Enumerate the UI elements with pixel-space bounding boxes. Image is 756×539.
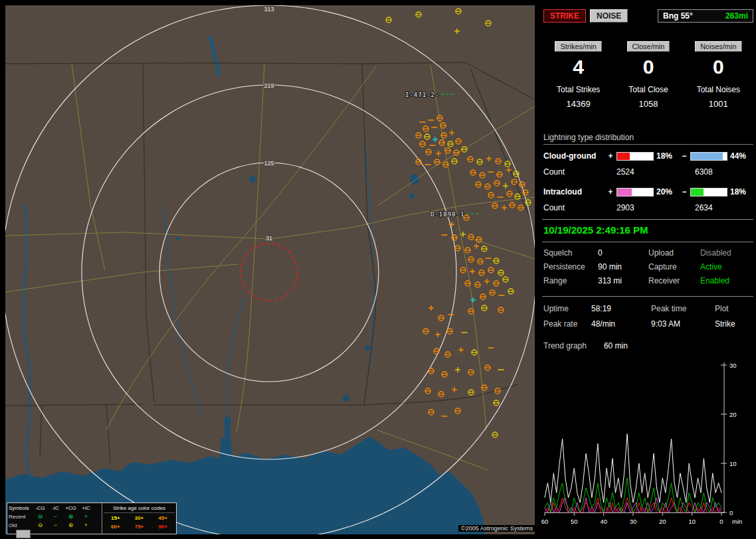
total-noises-value: 1001 <box>709 99 728 109</box>
close-per-min-chip[interactable]: Close/min <box>627 41 670 52</box>
minus-sign: − <box>681 187 688 196</box>
status-panel: STRIKE NOISE Bng 55° 263mi Strikes/min C… <box>539 0 756 539</box>
ic-positive-bar <box>616 188 654 196</box>
lightning-map[interactable]: 31321912531 I-471-2-D-1898-1- Symbols-CG… <box>5 5 535 534</box>
range-label: Range <box>543 276 598 285</box>
storm-cell-labels: I-471-2-D-1898-1- <box>405 92 481 218</box>
svg-text:10: 10 <box>729 460 737 467</box>
svg-text:20: 20 <box>729 411 737 418</box>
map-legend: Symbols-CG-IC+CG+IC Recent⊖−⊕+ Old⊖−⊕+ S… <box>7 502 177 534</box>
peak-time-value: 9:03 AM <box>651 319 715 329</box>
persistence-label: Persistence <box>543 262 598 271</box>
cg-negative-count: 6308 <box>690 167 713 177</box>
range-rings: 31321912531 <box>5 5 535 534</box>
peak-time-label: Peak time <box>651 304 715 313</box>
svg-text:min: min <box>732 518 742 525</box>
svg-text:40: 40 <box>600 518 607 525</box>
peak-rate-label: Peak rate <box>543 319 591 329</box>
persistence-value: 90 min <box>598 262 648 271</box>
distribution-title: Lightning type distribution <box>543 133 753 145</box>
svg-text:313: 313 <box>264 6 274 13</box>
cg-positive-pct: 18% <box>656 151 678 161</box>
plot-label: Plot <box>715 304 753 313</box>
strikes-per-min-chip[interactable]: Strikes/min <box>555 41 601 52</box>
legend-col-pcg: +CG <box>63 504 78 512</box>
legend-old-symbols: ⊖−⊕+ <box>33 522 94 528</box>
legend-col-ncg: -CG <box>33 504 48 512</box>
legend-symbols-title: Symbols <box>9 504 33 512</box>
legend-age-row-1: 15+30+45+ <box>104 514 175 522</box>
total-noises-label: Total Noises <box>697 85 740 94</box>
cg-positive-bar <box>616 152 654 161</box>
cg-positive-count: 2524 <box>607 167 687 177</box>
noises-per-min-value: 0 <box>713 56 724 78</box>
trend-graph-window: 60 min <box>604 341 628 350</box>
copyright-text: ©2005 Astrogenic Systems <box>458 525 535 532</box>
trend-graph-label: Trend graph <box>543 341 587 350</box>
svg-text:60: 60 <box>541 518 549 525</box>
bearing-distance: 263mi <box>725 11 748 21</box>
range-value: 313 mi <box>598 276 648 285</box>
ic-negative-bar <box>690 188 727 196</box>
cloud-ground-label: Cloud-ground <box>543 151 605 161</box>
squelch-label: Squelch <box>543 248 598 258</box>
minus-sign: − <box>681 151 688 161</box>
svg-text:10: 10 <box>688 518 696 525</box>
divider <box>542 242 753 242</box>
receiver-status-grid: Squelch 0 Upload Disabled Persistence 90… <box>543 248 753 285</box>
ic-positive-count: 2903 <box>607 203 687 212</box>
intracloud-row: Intracloud + 20% − 18% <box>543 187 753 196</box>
svg-text:30: 30 <box>630 518 637 525</box>
legend-col-nic: -IC <box>48 504 63 512</box>
svg-text:30: 30 <box>729 362 737 369</box>
svg-text:50: 50 <box>571 518 578 525</box>
plot-value: Strike <box>715 319 753 329</box>
receiver-label: Receiver <box>648 276 700 285</box>
receiver-value: Enabled <box>700 276 753 285</box>
peak-rate-value: 48/min <box>591 319 651 329</box>
total-strikes-label: Total Strikes <box>557 85 600 94</box>
ic-negative-count: 2634 <box>690 203 713 212</box>
legend-row-recent: Recent <box>9 512 33 521</box>
legend-col-pic: +IC <box>78 504 94 512</box>
legend-row-old: Old <box>9 521 33 530</box>
svg-text:125: 125 <box>264 160 274 167</box>
svg-text:0: 0 <box>719 518 723 525</box>
map-canvas[interactable]: 31321912531 I-471-2-D-1898-1- <box>5 5 535 534</box>
total-close-value: 1058 <box>639 99 658 109</box>
bearing-readout[interactable]: Bng 55° 263mi <box>658 9 753 23</box>
noise-toggle-button[interactable]: NOISE <box>590 9 628 23</box>
ic-negative-pct: 18% <box>730 187 752 196</box>
uptime-value: 58:19 <box>591 304 651 313</box>
upload-label: Upload <box>648 248 700 258</box>
squelch-value: 0 <box>598 248 648 258</box>
svg-text:31: 31 <box>266 235 272 242</box>
total-strikes-value: 14369 <box>567 99 591 109</box>
cg-count-label: Count <box>543 167 605 177</box>
current-datetime: 10/19/2025 2:49:16 PM <box>543 224 753 236</box>
legend-age-codes: Strike age color codes 15+30+45+ 60+75+9… <box>102 503 176 534</box>
state-borders <box>5 62 535 463</box>
strike-toggle-button[interactable]: STRIKE <box>543 9 586 23</box>
svg-text:I-471-2-: I-471-2- <box>405 92 439 98</box>
ic-count-label: Count <box>543 203 605 212</box>
plus-sign: + <box>607 187 614 196</box>
strikes-per-min-value: 4 <box>573 56 584 78</box>
legend-age-row-2: 60+75+90+ <box>104 522 175 531</box>
cg-negative-pct: 44% <box>730 151 752 161</box>
upload-value: Disabled <box>700 248 753 258</box>
legend-age-title: Strike age color codes <box>104 504 175 513</box>
capture-label: Capture <box>648 262 700 271</box>
intracloud-label: Intracloud <box>543 187 605 196</box>
noises-per-min-chip[interactable]: Noises/min <box>695 41 741 52</box>
bearing-label: Bng 55° <box>663 11 693 21</box>
capture-value: Active <box>700 262 753 271</box>
divider <box>542 219 753 220</box>
trend-graph-chart: 30201006050403020100min <box>541 353 756 534</box>
cloud-ground-count-row: Count 2524 6308 <box>543 167 753 177</box>
legend-recent-symbols: ⊖−⊕+ <box>33 514 94 520</box>
session-stats-grid: Uptime 58:19 Peak time Plot Peak rate 48… <box>543 304 753 329</box>
close-per-min-value: 0 <box>643 56 654 78</box>
cg-negative-bar <box>690 152 727 161</box>
svg-text:20: 20 <box>659 518 666 525</box>
